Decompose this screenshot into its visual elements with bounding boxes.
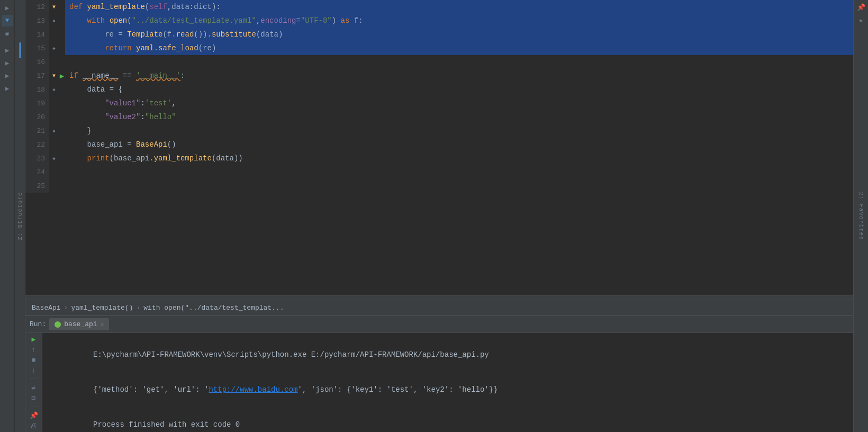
sidebar-icon-4[interactable]: ▶ bbox=[2, 44, 13, 56]
sidebar-icon-3[interactable]: ◉ bbox=[2, 28, 13, 39]
line-number-12: 12 bbox=[25, 0, 49, 14]
bp-14 bbox=[59, 28, 65, 41]
run-print-button[interactable]: 🖨 bbox=[29, 422, 39, 430]
structure-label: Z: Structure bbox=[17, 192, 23, 240]
bp-22 bbox=[59, 138, 65, 151]
line-number-16: 16 bbox=[25, 55, 49, 69]
sidebar-icon-db[interactable]: ▶ bbox=[2, 83, 13, 94]
bp-19 bbox=[59, 96, 65, 110]
breadcrumb-item-1[interactable]: BaseApi bbox=[32, 304, 61, 312]
favorites-star-icon[interactable]: ★ bbox=[856, 15, 866, 25]
code-line-16: 16 bbox=[25, 55, 853, 69]
bp-18 bbox=[59, 83, 65, 96]
fold-13[interactable]: ◆ bbox=[49, 14, 59, 28]
code-line-15: 15 ◆ return yaml.safe_load(re) bbox=[25, 41, 853, 55]
fold-14 bbox=[49, 28, 59, 41]
tab-python-icon bbox=[55, 321, 61, 328]
line-content-14: re = Template(f.read()).substitute(data) bbox=[65, 28, 853, 41]
run-down-button[interactable]: ↓ bbox=[29, 366, 39, 374]
line-number-13: 13 bbox=[25, 14, 49, 28]
fold-20 bbox=[49, 110, 59, 124]
line-content-23: print(base_api.yaml_template(data)) bbox=[65, 151, 853, 165]
line-content-24 bbox=[65, 165, 853, 179]
line-content-19: "value1":'test', bbox=[65, 96, 853, 110]
fold-16 bbox=[49, 55, 59, 69]
fold-22 bbox=[49, 138, 59, 151]
sidebar-icon-5[interactable]: ▶ bbox=[2, 57, 13, 69]
structure-panel: Z: Structure bbox=[15, 0, 25, 432]
horizontal-scrollbar[interactable] bbox=[25, 295, 853, 300]
fold-21[interactable]: ◆ bbox=[49, 124, 59, 138]
line-content-12: def yaml_template(self,data:dict): bbox=[65, 0, 853, 14]
code-line-21: 21 ◆ } bbox=[25, 124, 853, 138]
fold-24 bbox=[49, 165, 59, 179]
bp-17: ▶ bbox=[59, 69, 65, 83]
bp-16 bbox=[59, 55, 65, 69]
code-line-12: 12 ▼ def yaml_template(self,data:dict): bbox=[25, 0, 853, 14]
fold-23[interactable]: ◆ bbox=[49, 151, 59, 165]
code-line-13: 13 ◆ with open("../data/test_template.ya… bbox=[25, 14, 853, 28]
run-play-button[interactable]: ▶ bbox=[29, 335, 39, 344]
sidebar-icon-chart[interactable]: ▶ bbox=[2, 70, 13, 82]
line-number-25: 25 bbox=[25, 179, 49, 193]
fold-25 bbox=[49, 179, 59, 193]
breadcrumb-item-3[interactable]: with open("../data/test_templat... bbox=[143, 304, 284, 312]
run-exit-text: Process finished with exit code 0 bbox=[93, 420, 240, 429]
line-number-24: 24 bbox=[25, 165, 49, 179]
run-panel: Run: base_api ✕ ▶ ↑ ■ ↓ ⇌ ⊟ 📌 🖨 bbox=[25, 316, 853, 432]
breadcrumb: BaseApi › yaml_template() › with open(".… bbox=[25, 300, 853, 316]
breadcrumb-sep-1: › bbox=[64, 304, 68, 312]
code-line-19: 19 "value1":'test', bbox=[25, 96, 853, 110]
breadcrumb-item-2[interactable]: yaml_template() bbox=[71, 304, 133, 312]
run-output-line-4: Process finished with exit code 0 bbox=[49, 407, 847, 432]
fold-15[interactable]: ◆ bbox=[49, 41, 59, 55]
run-tab[interactable]: base_api ✕ bbox=[49, 318, 109, 330]
fold-18[interactable]: ◆ bbox=[49, 83, 59, 96]
run-wrap-button[interactable]: ⇌ bbox=[29, 383, 39, 392]
code-line-25: 25 bbox=[25, 179, 853, 193]
line-content-16 bbox=[65, 55, 853, 69]
line-content-21: } bbox=[65, 124, 853, 138]
run-up-button[interactable]: ↑ bbox=[29, 346, 39, 354]
breadcrumb-sep-2: › bbox=[136, 304, 140, 312]
code-lines[interactable]: 12 ▼ def yaml_template(self,data:dict): … bbox=[25, 0, 853, 295]
run-output-url[interactable]: http://www.baidu.com bbox=[209, 385, 297, 394]
line-number-19: 19 bbox=[25, 96, 49, 110]
line-content-13: with open("../data/test_template.yaml",e… bbox=[65, 14, 853, 28]
bp-25 bbox=[59, 179, 65, 193]
code-line-20: 20 "value2":"hello" bbox=[25, 110, 853, 124]
code-line-17: 17 ▼ ▶ if __name__ == '__main__': bbox=[25, 69, 853, 83]
editor-container: 12 ▼ def yaml_template(self,data:dict): … bbox=[25, 0, 853, 432]
line-number-14: 14 bbox=[25, 28, 49, 41]
code-editor: 12 ▼ def yaml_template(self,data:dict): … bbox=[25, 0, 853, 316]
run-filter-button[interactable]: ⊟ bbox=[29, 394, 39, 402]
run-tab-close-icon[interactable]: ✕ bbox=[101, 321, 104, 328]
bp-24 bbox=[59, 165, 65, 179]
code-line-24: 24 bbox=[25, 165, 853, 179]
run-content: ▶ ↑ ■ ↓ ⇌ ⊟ 📌 🖨 E:\pycharm\API-FRAMEWORK… bbox=[25, 333, 853, 432]
line-number-20: 20 bbox=[25, 110, 49, 124]
line-number-23: 23 bbox=[25, 151, 49, 165]
run-command-text: E:\pycharm\API-FRAMEWORK\venv\Scripts\py… bbox=[93, 350, 489, 359]
bp-13 bbox=[59, 14, 65, 28]
favorites-label: 2: Favorites bbox=[858, 192, 864, 240]
run-output[interactable]: E:\pycharm\API-FRAMEWORK\venv\Scripts\py… bbox=[42, 333, 853, 432]
bp-23 bbox=[59, 151, 65, 165]
line-content-15: return yaml.safe_load(re) bbox=[65, 41, 853, 55]
run-toolbar: ▶ ↑ ■ ↓ ⇌ ⊟ 📌 🖨 bbox=[25, 333, 42, 432]
bp-15 bbox=[59, 41, 65, 55]
line-content-25 bbox=[65, 179, 853, 193]
run-stop-button[interactable]: ■ bbox=[29, 356, 39, 364]
favorites-sidebar: 📌 ★ 2: Favorites bbox=[853, 0, 868, 432]
sidebar-icon-2[interactable]: ▼ bbox=[2, 15, 13, 26]
fold-17[interactable]: ▼ bbox=[49, 69, 59, 83]
fold-12[interactable]: ▼ bbox=[49, 0, 59, 14]
left-sidebar: ▶ ▼ ◉ ▶ ▶ ▶ ▶ bbox=[0, 0, 15, 432]
code-line-22: 22 base_api = BaseApi() bbox=[25, 138, 853, 151]
favorites-pin-icon[interactable]: 📌 bbox=[856, 2, 866, 13]
sidebar-icon-1[interactable]: ▶ bbox=[2, 2, 13, 14]
run-output-line-2: {'method': 'get', 'url': 'http://www.bai… bbox=[49, 372, 847, 407]
run-output-post-url: ', 'json': {'key1': 'test', 'key2': 'hel… bbox=[297, 385, 498, 394]
line-content-17: if __name__ == '__main__': bbox=[65, 69, 853, 83]
run-pin-button[interactable]: 📌 bbox=[29, 411, 39, 420]
